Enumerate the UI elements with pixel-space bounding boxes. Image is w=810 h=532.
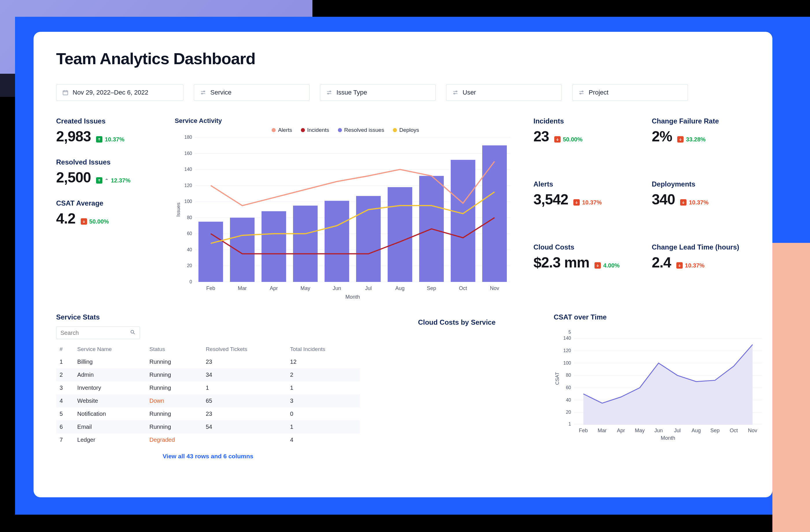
search-icon	[130, 329, 136, 336]
svg-text:120: 120	[184, 183, 192, 188]
delta-percent: 10.37%	[105, 136, 125, 143]
svg-text:40: 40	[187, 247, 192, 252]
metric-label: Incidents	[533, 117, 632, 125]
cell-resolved: 23	[202, 355, 287, 368]
table-row[interactable]: 6 Email Running 54 1	[56, 420, 360, 433]
svg-point-3	[330, 91, 331, 92]
filter-user[interactable]: User	[446, 84, 562, 101]
svg-text:Sep: Sep	[710, 428, 719, 433]
svg-text:180: 180	[184, 135, 192, 140]
cell-incidents: 0	[287, 408, 360, 420]
metric-label: Created Issues	[56, 117, 157, 125]
table-row[interactable]: 1 Billing Running 23 12	[56, 355, 360, 368]
cell-resolved: 65	[202, 394, 287, 408]
metric-label: CSAT Average	[56, 199, 157, 207]
search-input-wrap[interactable]	[56, 327, 140, 339]
legend-item: Resolved issues	[338, 127, 384, 133]
filter-bar: Nov 29, 2022–Dec 6, 2022 Service Issue T…	[56, 84, 750, 101]
cell-index: 1	[56, 355, 74, 368]
metric-label: Deployments	[652, 180, 750, 188]
cell-incidents: 3	[287, 394, 360, 408]
chart-legend: AlertsIncidentsResolved issuesDeploys	[175, 127, 516, 133]
search-input[interactable]	[61, 330, 124, 336]
svg-text:Feb: Feb	[206, 285, 215, 291]
table-row[interactable]: 7 Ledger Degraded 4	[56, 433, 360, 446]
svg-text:Month: Month	[661, 435, 675, 441]
svg-point-41	[131, 330, 134, 333]
metrics-right: Incidents 23 50.00% Change Failure Rate …	[533, 117, 750, 303]
bg-decor-orange	[773, 243, 810, 532]
svg-text:Oct: Oct	[459, 285, 467, 291]
cell-status: Running	[146, 368, 202, 381]
table-row[interactable]: 2 Admin Running 34 2	[56, 368, 360, 381]
legend-item: Alerts	[272, 127, 292, 133]
svg-text:140: 140	[563, 336, 571, 340]
sliders-icon	[200, 89, 206, 96]
bg-decor-dark	[0, 74, 15, 97]
date-range-text: Nov 29, 2022–Dec 6, 2022	[72, 89, 148, 96]
metric-tile: Alerts 3,542 10.37%	[533, 180, 632, 227]
cell-resolved: 23	[202, 408, 287, 420]
cell-service-name: Inventory	[74, 381, 146, 394]
svg-point-7	[582, 91, 583, 92]
metric-value: 2%	[652, 128, 672, 145]
table-row[interactable]: 4 Website Down 65 3	[56, 394, 360, 408]
chart-bar	[261, 211, 286, 282]
service-stats-table: #Service NameStatusResolved TicketsTotal…	[56, 343, 360, 446]
svg-point-8	[580, 93, 581, 94]
table-header-row: #Service NameStatusResolved TicketsTotal…	[56, 343, 360, 355]
metric-delta: 10.37%	[676, 262, 705, 269]
metric-delta: ⌃ 12.37%	[96, 177, 130, 184]
svg-text:160: 160	[184, 151, 192, 156]
cell-incidents: 12	[287, 355, 360, 368]
filter-project[interactable]: Project	[572, 84, 688, 101]
metric-label: Alerts	[533, 180, 632, 188]
delta-arrow-icon	[677, 136, 684, 143]
chart-bar	[388, 187, 412, 282]
chart-title: Service Activity	[175, 117, 516, 124]
svg-text:20: 20	[187, 263, 192, 268]
cell-incidents: 1	[287, 420, 360, 433]
metric-label: Change Lead Time (hours)	[652, 243, 750, 251]
metric-tile: Change Failure Rate 2% 33.28%	[652, 117, 750, 164]
view-all-link[interactable]: View all 43 rows and 6 columns	[163, 453, 254, 460]
cell-status: Running	[146, 355, 202, 368]
metric-tile: Created Issues 2,983 10.37%	[56, 117, 157, 145]
cell-resolved	[202, 433, 287, 446]
svg-text:Jul: Jul	[674, 428, 681, 433]
chart-bar	[325, 201, 349, 282]
metric-tile: Incidents 23 50.00%	[533, 117, 632, 164]
cell-status: Running	[146, 408, 202, 420]
cell-service-name: Notification	[74, 408, 146, 420]
svg-point-5	[456, 91, 457, 92]
delta-percent: 4.00%	[603, 262, 620, 269]
metric-value: 2,983	[56, 128, 91, 145]
delta-percent: 50.00%	[90, 218, 109, 225]
svg-text:Sep: Sep	[427, 285, 436, 291]
filter-label: Service	[210, 89, 231, 96]
svg-text:120: 120	[563, 348, 571, 353]
date-range-picker[interactable]: Nov 29, 2022–Dec 6, 2022	[56, 84, 183, 101]
cell-status: Running	[146, 381, 202, 394]
filter-label: Issue Type	[337, 89, 367, 96]
delta-percent: 10.37%	[685, 262, 705, 269]
legend-item: Incidents	[301, 127, 329, 133]
svg-text:100: 100	[563, 361, 571, 365]
table-row[interactable]: 3 Inventory Running 1 1	[56, 381, 360, 394]
table-header: #	[56, 343, 74, 355]
table-row[interactable]: 5 Notification Running 23 0	[56, 408, 360, 420]
svg-text:40: 40	[566, 398, 571, 402]
delta-percent: 33.28%	[686, 136, 706, 143]
chart-bar	[198, 222, 223, 282]
filter-issue-type[interactable]: Issue Type	[320, 84, 436, 101]
delta-arrow-icon	[595, 262, 601, 269]
svg-text:Issues: Issues	[176, 202, 181, 217]
table-header: Total Incidents	[287, 343, 360, 355]
svg-text:100: 100	[184, 199, 192, 204]
filter-service[interactable]: Service	[194, 84, 310, 101]
metric-tile: Cloud Costs $2.3 mm 4.00%	[533, 243, 632, 290]
svg-text:Jul: Jul	[365, 285, 372, 291]
cell-service-name: Admin	[74, 368, 146, 381]
metric-value: 340	[652, 191, 675, 208]
legend-dot-icon	[272, 128, 276, 132]
